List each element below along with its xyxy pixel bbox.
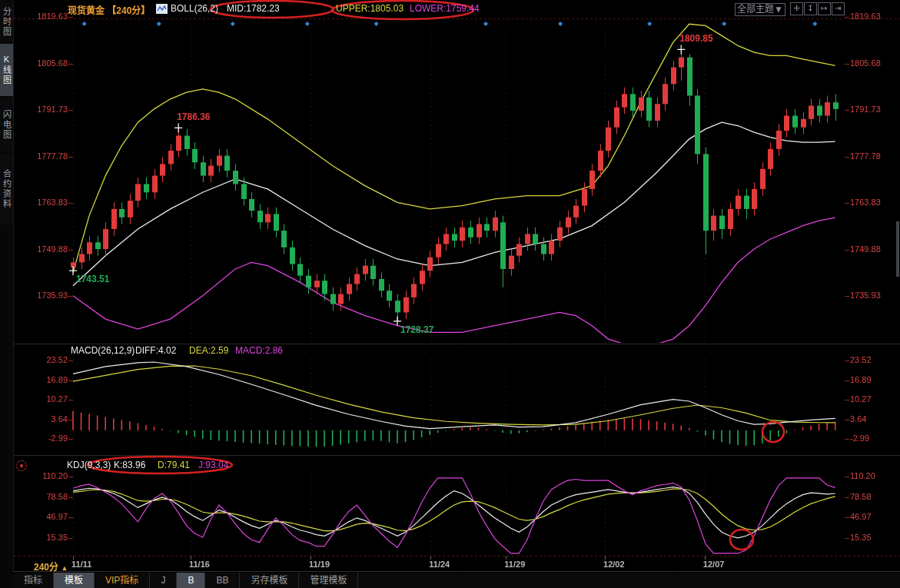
price-axis-label-right: 1791.73 xyxy=(850,105,881,114)
theme-selector-button[interactable]: 全部主题▼ xyxy=(735,3,785,16)
kdj-axis-label-left: 110.20 xyxy=(22,471,68,480)
kdj-axis-label-right: 46.97 xyxy=(850,512,872,521)
macd-axis-label-left: 10.27 xyxy=(22,394,68,404)
chart-canvas[interactable] xyxy=(0,0,900,588)
price-axis-label-right: 1749.88 xyxy=(850,244,881,254)
date-label: 12/02 xyxy=(603,560,625,569)
macd-axis-label-left: 3.64 xyxy=(22,414,68,424)
date-label: 11/29 xyxy=(504,560,525,569)
kdj-d-value: D:79.41 xyxy=(158,460,190,470)
macd-axis-label-right: 3.64 xyxy=(850,414,866,424)
date-label: 11/19 xyxy=(309,560,330,569)
toolbar-item-2[interactable]: 模板 xyxy=(54,573,95,588)
price-axis-label-right: 1777.78 xyxy=(850,151,881,161)
price-axis-label-left: 1791.73 xyxy=(22,105,68,114)
date-label: 11/11 xyxy=(71,560,91,569)
trading-app-window: 现货黄金 【240分】 BOLL(26,2) MID:1782.23 UPPER… xyxy=(0,0,900,588)
price-axis-label-left: 1819.63 xyxy=(22,12,68,21)
fit-horizontal-icon[interactable]: ↦ xyxy=(818,2,831,15)
macd-axis-label-left: 16.89 xyxy=(22,375,68,384)
price-axis-label-right: 1805.68 xyxy=(850,58,881,68)
toolbar-item-5[interactable]: B xyxy=(177,573,205,588)
price-marker-label: 1809.85 xyxy=(679,33,712,44)
toolbar-item-6[interactable]: BB xyxy=(205,573,240,588)
macd-axis-label-right: 10.27 xyxy=(850,394,872,404)
bottom-toolbar: 指标模板VIP指标JBBB另存模板管理模板 xyxy=(13,573,900,588)
boll-chart-icon xyxy=(156,4,168,14)
macd-axis-label-right: 16.89 xyxy=(850,375,872,384)
price-axis-label-left: 1805.68 xyxy=(22,58,68,68)
price-axis-label-left: 1735.93 xyxy=(22,291,68,300)
period-label[interactable]: 240分 ▲ xyxy=(34,560,68,573)
macd-axis-label-right: 23.52 xyxy=(850,355,872,364)
sidebar-tab-4[interactable]: 合约资料 xyxy=(0,154,13,224)
price-axis-label-left: 1763.83 xyxy=(22,198,68,207)
fit-vertical-icon[interactable]: ↧ xyxy=(804,2,817,15)
period-text: 240分 xyxy=(34,562,58,573)
boll-indicator-label: BOLL(26,2) xyxy=(171,3,218,14)
toolbar-item-3[interactable]: VIP指标 xyxy=(95,573,150,588)
popout-icon[interactable]: ⇥ xyxy=(832,2,845,15)
macd-header: MACD(26,12,9) DIFF:4.02 DEA:2.59 MACD:2.… xyxy=(0,345,900,357)
toolbar-item-4[interactable]: J xyxy=(150,573,177,588)
boll-mid-value: MID:1782.23 xyxy=(227,3,280,14)
period-arrow-icon: ▲ xyxy=(61,564,68,572)
macd-dea-value: DEA:2.59 xyxy=(189,345,228,356)
kdj-j-value: J:93.04 xyxy=(198,460,228,470)
macd-indicator-label: MACD(26,12,9) xyxy=(71,345,135,356)
boll-upper-value: UPPER:1805.03 xyxy=(336,3,404,14)
kdj-indicator-label: KDJ(9,3,3) xyxy=(67,460,111,470)
macd-axis-label-right: -2.99 xyxy=(850,434,869,443)
pan-icon[interactable]: ✛ xyxy=(790,2,803,15)
date-label: 11/24 xyxy=(429,560,450,569)
toolbar-item-8[interactable]: 管理模板 xyxy=(299,573,358,588)
kdj-header: KDJ(9,3,3) K:83.96 D:79.41 J:93.04 xyxy=(0,460,900,471)
price-axis-label-left: 1749.88 xyxy=(22,244,68,254)
kdj-axis-label-left: 15.35 xyxy=(22,533,68,542)
scrollbar-thumb[interactable] xyxy=(896,221,899,277)
macd-axis-label-left: 23.52 xyxy=(22,355,68,364)
price-marker-label: 1728.37 xyxy=(400,324,433,335)
price-axis-label-right: 1819.63 xyxy=(850,12,881,21)
macd-diff-value: DIFF:4.02 xyxy=(135,345,176,356)
sidebar-tab-1[interactable]: 分时图 xyxy=(0,2,13,42)
toolbar-item-7[interactable]: 另存模板 xyxy=(240,573,299,588)
sidebar-tab-3[interactable]: 闪电图 xyxy=(0,98,13,151)
kdj-axis-label-right: 78.58 xyxy=(850,492,872,501)
date-label: 12/07 xyxy=(703,560,725,569)
boll-lower-value: LOWER:1759.44 xyxy=(410,3,480,14)
date-label: 11/16 xyxy=(189,560,210,569)
kdj-k-value: K:83.96 xyxy=(114,460,145,470)
kdj-axis-label-right: 15.35 xyxy=(850,533,872,542)
price-axis-label-right: 1763.83 xyxy=(850,198,881,207)
price-marker-label: 1786.36 xyxy=(177,111,210,122)
kdj-axis-label-left: 46.97 xyxy=(22,512,68,521)
kdj-axis-label-left: 78.58 xyxy=(22,492,68,501)
macd-macd-value: MACD:2.86 xyxy=(235,345,283,356)
toolbar-item-1[interactable]: 指标 xyxy=(13,573,54,588)
price-marker-label: 1743.51 xyxy=(76,274,109,284)
macd-axis-label-left: -2.99 xyxy=(22,434,68,443)
symbol-title: 现货黄金 【240分】 xyxy=(68,3,150,16)
price-axis-label-left: 1777.78 xyxy=(22,151,68,161)
price-axis-label-right: 1735.93 xyxy=(850,291,881,300)
sidebar-tab-2[interactable]: K线图 xyxy=(0,44,13,96)
kdj-axis-label-right: 110.20 xyxy=(850,471,875,480)
